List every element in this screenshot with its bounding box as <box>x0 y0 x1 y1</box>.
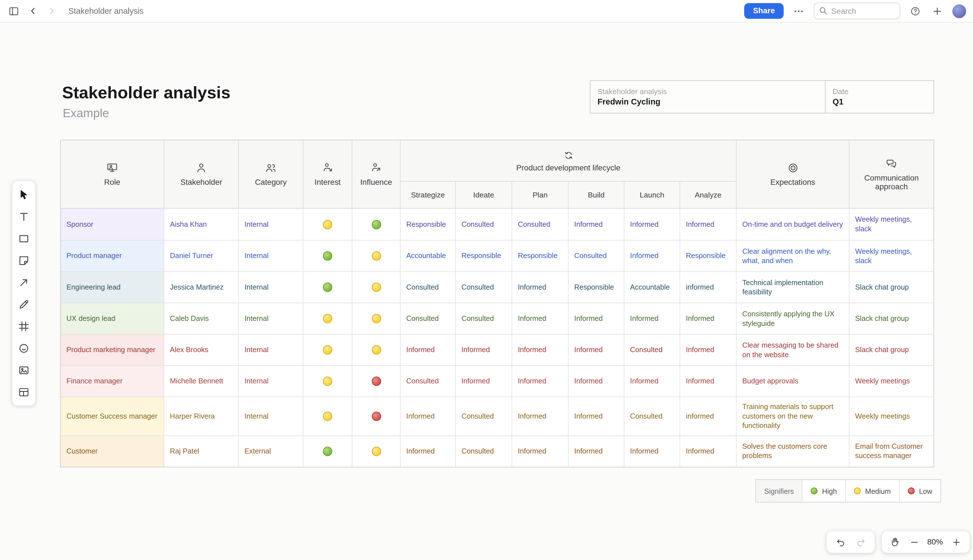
undo-button[interactable] <box>833 533 849 551</box>
raci-cell-ideate[interactable]: Consulted <box>456 209 512 240</box>
communication-cell[interactable]: Slack chat group <box>849 271 933 303</box>
stakeholder-cell[interactable]: Alex Brooks <box>164 334 239 365</box>
raci-cell-analyze[interactable]: Informed <box>680 334 736 365</box>
expectations-cell[interactable]: On-time and on budget delivery <box>736 209 849 240</box>
stakeholder-cell[interactable]: Michelle Bennett <box>164 365 239 397</box>
raci-cell-launch[interactable]: Informed <box>624 209 680 240</box>
raci-cell-launch[interactable]: Informed <box>624 365 680 397</box>
sidebar-toggle-button[interactable] <box>7 4 20 18</box>
raci-cell-ideate[interactable]: Consulted <box>456 271 512 303</box>
interest-cell[interactable] <box>304 397 352 435</box>
communication-cell[interactable]: Weekly meetings <box>849 397 933 435</box>
expectations-cell[interactable]: Clear messaging to be shared on the webs… <box>736 334 849 365</box>
category-cell[interactable]: Internal <box>239 397 303 435</box>
info-field-name[interactable]: Stakeholder analysis Fredwin Cycling <box>591 81 826 113</box>
more-options-button[interactable] <box>792 4 806 18</box>
raci-cell-analyze[interactable]: informed <box>680 397 736 435</box>
interest-signifier-dot[interactable] <box>323 220 332 229</box>
category-cell[interactable]: External <box>239 435 303 467</box>
arrow-tool-button[interactable] <box>13 271 35 293</box>
interest-signifier-dot[interactable] <box>323 345 332 355</box>
raci-cell-analyze[interactable]: Responsible <box>680 240 736 271</box>
influence-cell[interactable] <box>352 303 401 334</box>
raci-cell-strategize[interactable]: Consulted <box>401 303 456 334</box>
column-header-strategize[interactable]: Strategize <box>401 182 456 208</box>
info-field-date[interactable]: Date Q1 <box>826 81 933 113</box>
raci-cell-ideate[interactable]: Informed <box>456 334 512 365</box>
column-header-stakeholder[interactable]: Stakeholder <box>164 140 239 208</box>
raci-cell-launch[interactable]: Consulted <box>624 397 680 435</box>
category-cell[interactable]: Internal <box>239 334 303 365</box>
influence-signifier-dot[interactable] <box>372 377 381 386</box>
redo-button[interactable] <box>852 533 869 551</box>
expectations-cell[interactable]: Solves the customers core problems <box>736 435 849 467</box>
influence-cell[interactable] <box>352 397 401 435</box>
influence-signifier-dot[interactable] <box>372 447 381 456</box>
column-group-lifecycle[interactable]: Product development lifecycle <box>401 140 736 182</box>
raci-cell-strategize[interactable]: Informed <box>401 397 456 435</box>
expectations-cell[interactable]: Technical implementation feasibility <box>736 271 849 303</box>
image-tool-button[interactable] <box>13 359 35 381</box>
text-tool-button[interactable] <box>13 206 35 228</box>
raci-cell-analyze[interactable]: Informed <box>680 209 736 240</box>
interest-signifier-dot[interactable] <box>323 412 332 421</box>
stakeholder-cell[interactable]: Harper Rivera <box>164 397 239 435</box>
interest-signifier-dot[interactable] <box>323 447 332 456</box>
interest-signifier-dot[interactable] <box>323 314 332 323</box>
stakeholder-cell[interactable]: Jessica Martinez <box>164 271 239 303</box>
raci-cell-strategize[interactable]: Consulted <box>401 365 456 397</box>
raci-cell-plan[interactable]: Responsible <box>512 240 569 271</box>
raci-cell-launch[interactable]: Informed <box>624 303 680 334</box>
influence-signifier-dot[interactable] <box>372 314 381 323</box>
role-cell[interactable]: Product marketing manager <box>61 334 164 365</box>
role-cell[interactable]: Customer <box>61 435 164 467</box>
raci-cell-build[interactable]: Informed <box>569 334 624 365</box>
zoom-in-button[interactable] <box>948 533 965 551</box>
column-header-build[interactable]: Build <box>569 182 624 208</box>
user-avatar[interactable] <box>953 4 966 18</box>
interest-cell[interactable] <box>304 209 352 240</box>
communication-cell[interactable]: Slack chat group <box>849 303 933 334</box>
raci-cell-strategize[interactable]: Accountable <box>401 240 456 271</box>
influence-signifier-dot[interactable] <box>372 412 381 421</box>
sticker-tool-button[interactable] <box>13 337 35 359</box>
influence-signifier-dot[interactable] <box>372 251 381 260</box>
role-cell[interactable]: Engineering lead <box>61 271 164 303</box>
communication-cell[interactable]: Weekly meetings, slack <box>849 209 933 240</box>
expectations-cell[interactable]: Consistently applying the UX styleguide <box>736 303 849 334</box>
raci-cell-build[interactable]: Consulted <box>569 240 624 271</box>
page-title[interactable]: Stakeholder analysis <box>62 83 230 103</box>
category-cell[interactable]: Internal <box>239 209 303 240</box>
raci-cell-plan[interactable]: Informed <box>512 365 569 397</box>
stakeholder-cell[interactable]: Aisha Khan <box>164 209 239 240</box>
role-cell[interactable]: Customer Success manager <box>61 397 164 435</box>
category-cell[interactable]: Internal <box>239 240 303 271</box>
raci-cell-strategize[interactable]: Responsible <box>401 209 456 240</box>
raci-cell-analyze[interactable]: Informed <box>680 303 736 334</box>
raci-cell-launch[interactable]: Accountable <box>624 271 680 303</box>
raci-cell-plan[interactable]: Informed <box>512 271 569 303</box>
expectations-cell[interactable]: Training materials to support customers … <box>736 397 849 435</box>
raci-cell-analyze[interactable]: Informed <box>680 435 736 467</box>
column-header-analyze[interactable]: Analyze <box>680 182 736 208</box>
raci-cell-build[interactable]: Informed <box>569 209 624 240</box>
raci-cell-build[interactable]: Informed <box>569 303 624 334</box>
column-header-interest[interactable]: Interest <box>304 140 352 208</box>
page-subtitle[interactable]: Example <box>63 107 109 120</box>
zoom-out-button[interactable] <box>906 533 923 551</box>
raci-cell-ideate[interactable]: Consulted <box>456 435 512 467</box>
column-header-plan[interactable]: Plan <box>512 182 569 208</box>
category-cell[interactable]: Internal <box>239 303 303 334</box>
raci-cell-ideate[interactable]: Consulted <box>456 397 512 435</box>
communication-cell[interactable]: Email from Customer success manager <box>849 435 933 467</box>
column-header-category[interactable]: Category <box>239 140 303 208</box>
interest-signifier-dot[interactable] <box>323 377 332 386</box>
expectations-cell[interactable]: Budget approvals <box>736 365 849 397</box>
select-tool-button[interactable] <box>13 184 35 206</box>
raci-cell-build[interactable]: Informed <box>569 435 624 467</box>
raci-cell-plan[interactable]: Informed <box>512 334 569 365</box>
signifiers-legend[interactable]: Signifiers High Medium Low <box>755 480 941 503</box>
interest-cell[interactable] <box>304 334 352 365</box>
influence-signifier-dot[interactable] <box>372 345 381 355</box>
interest-cell[interactable] <box>304 240 352 271</box>
